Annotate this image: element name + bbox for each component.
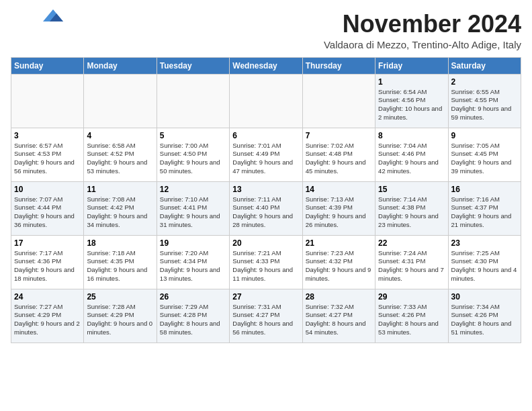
- calendar-cell: 16Sunrise: 7:16 AM Sunset: 4:37 PM Dayli…: [448, 181, 521, 235]
- calendar-cell: 17Sunrise: 7:17 AM Sunset: 4:36 PM Dayli…: [11, 235, 84, 289]
- day-number: 9: [451, 131, 518, 140]
- day-info: Sunrise: 7:02 AM Sunset: 4:48 PM Dayligh…: [306, 142, 372, 176]
- day-number: 12: [160, 185, 226, 194]
- day-info: Sunrise: 6:54 AM Sunset: 4:56 PM Dayligh…: [378, 88, 445, 122]
- calendar-cell: 20Sunrise: 7:21 AM Sunset: 4:33 PM Dayli…: [230, 235, 302, 289]
- calendar-cell: 10Sunrise: 7:07 AM Sunset: 4:44 PM Dayli…: [11, 181, 84, 235]
- day-info: Sunrise: 7:14 AM Sunset: 4:38 PM Dayligh…: [378, 195, 445, 230]
- day-number: 29: [378, 292, 445, 302]
- day-number: 22: [378, 238, 445, 248]
- calendar-cell: 9Sunrise: 7:05 AM Sunset: 4:45 PM Daylig…: [448, 128, 521, 181]
- calendar-cell: [157, 74, 229, 128]
- day-number: 24: [14, 292, 81, 302]
- day-info: Sunrise: 7:27 AM Sunset: 4:29 PM Dayligh…: [14, 303, 81, 337]
- calendar-cell: 3Sunrise: 6:57 AM Sunset: 4:53 PM Daylig…: [11, 128, 84, 181]
- calendar-cell: 19Sunrise: 7:20 AM Sunset: 4:34 PM Dayli…: [157, 235, 229, 289]
- calendar-cell: 18Sunrise: 7:18 AM Sunset: 4:35 PM Dayli…: [84, 235, 157, 289]
- page-header: November 2024 Valdaora di Mezzo, Trentin…: [11, 11, 521, 50]
- day-number: 30: [451, 292, 518, 302]
- day-number: 16: [451, 185, 518, 194]
- calendar-cell: 24Sunrise: 7:27 AM Sunset: 4:29 PM Dayli…: [11, 289, 84, 342]
- day-number: 28: [306, 292, 372, 302]
- calendar-cell: 30Sunrise: 7:34 AM Sunset: 4:26 PM Dayli…: [448, 289, 521, 342]
- day-number: 2: [451, 77, 518, 87]
- day-info: Sunrise: 7:04 AM Sunset: 4:46 PM Dayligh…: [378, 142, 445, 176]
- day-info: Sunrise: 7:31 AM Sunset: 4:27 PM Dayligh…: [232, 303, 299, 337]
- day-number: 18: [87, 238, 153, 248]
- week-row-2: 3Sunrise: 6:57 AM Sunset: 4:53 PM Daylig…: [11, 128, 521, 181]
- calendar-cell: 6Sunrise: 7:01 AM Sunset: 4:49 PM Daylig…: [230, 128, 302, 181]
- day-info: Sunrise: 7:16 AM Sunset: 4:37 PM Dayligh…: [451, 195, 518, 230]
- day-info: Sunrise: 7:10 AM Sunset: 4:41 PM Dayligh…: [160, 195, 226, 230]
- day-number: 5: [160, 131, 226, 140]
- day-number: 14: [306, 185, 372, 194]
- day-info: Sunrise: 7:23 AM Sunset: 4:32 PM Dayligh…: [306, 249, 372, 283]
- day-info: Sunrise: 7:33 AM Sunset: 4:26 PM Dayligh…: [378, 303, 445, 337]
- day-number: 17: [14, 238, 81, 248]
- calendar-cell: [11, 74, 84, 128]
- day-number: 8: [378, 131, 445, 140]
- day-number: 15: [378, 185, 445, 194]
- day-number: 1: [378, 77, 445, 87]
- weekday-header-thursday: Thursday: [302, 57, 375, 74]
- calendar-cell: 4Sunrise: 6:58 AM Sunset: 4:52 PM Daylig…: [84, 128, 157, 181]
- day-number: 4: [87, 131, 153, 140]
- day-number: 7: [306, 131, 372, 140]
- weekday-header-friday: Friday: [375, 57, 448, 74]
- day-number: 3: [14, 131, 81, 140]
- day-info: Sunrise: 6:58 AM Sunset: 4:52 PM Dayligh…: [87, 142, 153, 176]
- weekday-header-sunday: Sunday: [11, 57, 84, 74]
- calendar-cell: 28Sunrise: 7:32 AM Sunset: 4:27 PM Dayli…: [302, 289, 375, 342]
- day-number: 6: [232, 131, 299, 140]
- day-info: Sunrise: 7:32 AM Sunset: 4:27 PM Dayligh…: [306, 303, 372, 337]
- day-info: Sunrise: 7:00 AM Sunset: 4:50 PM Dayligh…: [160, 142, 226, 176]
- day-number: 10: [14, 185, 81, 194]
- day-info: Sunrise: 7:34 AM Sunset: 4:26 PM Dayligh…: [451, 303, 518, 337]
- week-row-1: 1Sunrise: 6:54 AM Sunset: 4:56 PM Daylig…: [11, 74, 521, 128]
- location-subtitle: Valdaora di Mezzo, Trentino-Alto Adige, …: [324, 39, 521, 50]
- calendar-cell: 1Sunrise: 6:54 AM Sunset: 4:56 PM Daylig…: [375, 74, 448, 128]
- day-info: Sunrise: 7:07 AM Sunset: 4:44 PM Dayligh…: [14, 195, 81, 230]
- day-info: Sunrise: 7:21 AM Sunset: 4:33 PM Dayligh…: [232, 249, 299, 283]
- calendar-cell: 29Sunrise: 7:33 AM Sunset: 4:26 PM Dayli…: [375, 289, 448, 342]
- day-info: Sunrise: 6:57 AM Sunset: 4:53 PM Dayligh…: [14, 142, 81, 176]
- calendar-cell: 15Sunrise: 7:14 AM Sunset: 4:38 PM Dayli…: [375, 181, 448, 235]
- day-number: 27: [232, 292, 299, 302]
- weekday-header-row: SundayMondayTuesdayWednesdayThursdayFrid…: [11, 57, 521, 74]
- day-info: Sunrise: 7:25 AM Sunset: 4:30 PM Dayligh…: [451, 249, 518, 283]
- day-info: Sunrise: 7:29 AM Sunset: 4:28 PM Dayligh…: [160, 303, 226, 337]
- calendar-cell: 25Sunrise: 7:28 AM Sunset: 4:29 PM Dayli…: [84, 289, 157, 342]
- day-info: Sunrise: 7:13 AM Sunset: 4:39 PM Dayligh…: [306, 195, 372, 230]
- calendar-cell: 14Sunrise: 7:13 AM Sunset: 4:39 PM Dayli…: [302, 181, 375, 235]
- day-number: 25: [87, 292, 153, 302]
- week-row-5: 24Sunrise: 7:27 AM Sunset: 4:29 PM Dayli…: [11, 289, 521, 342]
- day-info: Sunrise: 7:28 AM Sunset: 4:29 PM Dayligh…: [87, 303, 153, 337]
- day-number: 13: [232, 185, 299, 194]
- calendar-cell: 26Sunrise: 7:29 AM Sunset: 4:28 PM Dayli…: [157, 289, 229, 342]
- week-row-4: 17Sunrise: 7:17 AM Sunset: 4:36 PM Dayli…: [11, 235, 521, 289]
- weekday-header-monday: Monday: [84, 57, 157, 74]
- title-block: November 2024 Valdaora di Mezzo, Trentin…: [324, 11, 521, 50]
- calendar-cell: [84, 74, 157, 128]
- logo-icon: [43, 9, 63, 21]
- calendar-cell: 11Sunrise: 7:08 AM Sunset: 4:42 PM Dayli…: [84, 181, 157, 235]
- day-info: Sunrise: 7:18 AM Sunset: 4:35 PM Dayligh…: [87, 249, 153, 283]
- day-number: 21: [306, 238, 372, 248]
- day-info: Sunrise: 7:08 AM Sunset: 4:42 PM Dayligh…: [87, 195, 153, 230]
- calendar-cell: 12Sunrise: 7:10 AM Sunset: 4:41 PM Dayli…: [157, 181, 229, 235]
- calendar-cell: 13Sunrise: 7:11 AM Sunset: 4:40 PM Dayli…: [230, 181, 302, 235]
- day-info: Sunrise: 6:55 AM Sunset: 4:55 PM Dayligh…: [451, 88, 518, 122]
- calendar-cell: 2Sunrise: 6:55 AM Sunset: 4:55 PM Daylig…: [448, 74, 521, 128]
- day-info: Sunrise: 7:01 AM Sunset: 4:49 PM Dayligh…: [232, 142, 299, 176]
- day-number: 11: [87, 185, 153, 194]
- calendar-cell: [230, 74, 302, 128]
- week-row-3: 10Sunrise: 7:07 AM Sunset: 4:44 PM Dayli…: [11, 181, 521, 235]
- logo: [11, 11, 63, 21]
- day-number: 23: [451, 238, 518, 248]
- calendar-cell: 21Sunrise: 7:23 AM Sunset: 4:32 PM Dayli…: [302, 235, 375, 289]
- day-info: Sunrise: 7:20 AM Sunset: 4:34 PM Dayligh…: [160, 249, 226, 283]
- day-number: 20: [232, 238, 299, 248]
- calendar-cell: 22Sunrise: 7:24 AM Sunset: 4:31 PM Dayli…: [375, 235, 448, 289]
- weekday-header-saturday: Saturday: [448, 57, 521, 74]
- calendar-table: SundayMondayTuesdayWednesdayThursdayFrid…: [11, 57, 521, 343]
